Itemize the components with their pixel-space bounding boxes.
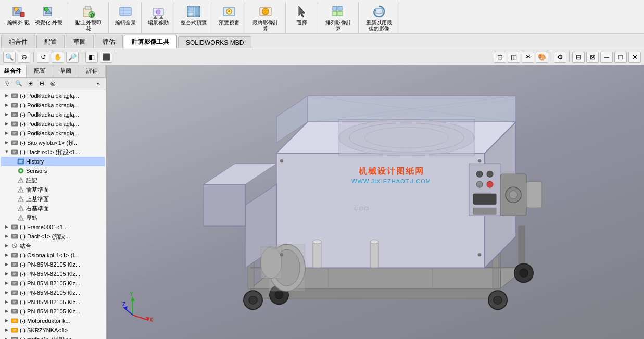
panel-tab-evaluate[interactable]: 評估 (79, 65, 106, 77)
zoom-fit-btn[interactable]: 🔍 (3, 52, 16, 63)
tree-item-item7-origin[interactable]: 厚點 (1, 213, 105, 222)
scroll-to-btn[interactable]: ◎ (48, 79, 58, 89)
tree-item-item4[interactable]: ▶(-) Podkładka okrągłą... (1, 119, 105, 129)
tree-expand-item18[interactable]: ▶ (3, 317, 10, 324)
final-render-btn[interactable]: 最終影像計算 (249, 2, 282, 32)
tree-expand-item3[interactable]: ▶ (3, 111, 10, 118)
tree-item-item17[interactable]: ▶(-) PN-85M-82105 Klz... (1, 307, 105, 316)
tree-expand-item5[interactable]: ▶ (3, 130, 10, 137)
panel-tab-config[interactable]: 配置 (27, 65, 53, 77)
tree-expand-item7-annotation[interactable] (9, 177, 17, 184)
tree-item-item18[interactable]: ▶(-) Motoreduktor k... (1, 316, 105, 325)
tree-expand-item10[interactable]: ▶ (3, 242, 10, 249)
edit-external-btn[interactable]: 編輯外 觀 (5, 2, 32, 27)
tree-expand-item7-topplane[interactable] (9, 195, 17, 203)
tab-evaluate[interactable]: 評估 (95, 35, 123, 48)
tree-expand-item4[interactable]: ▶ (3, 120, 10, 128)
tree-item-item5[interactable]: ▶(-) Podkładka okrągłą... (1, 129, 105, 138)
tree-expand-item9[interactable]: ▶ (3, 233, 10, 240)
tree-expand-item8[interactable]: ▶ (3, 223, 10, 231)
tree-expand-item7-sensors[interactable] (9, 167, 17, 174)
viewport[interactable]: □ □ □ 机械设计图纸网 WWW.JIXIEZHAOTU.COM X Y Z (107, 65, 644, 339)
select-btn[interactable]: 選擇 (292, 2, 312, 27)
tree-expand-item14[interactable]: ▶ (3, 280, 10, 287)
tree-item-item7-rightplane[interactable]: 右基準面 (1, 204, 105, 213)
expand-all-btn[interactable]: ⊞ (25, 79, 35, 89)
tree-expand-item11[interactable]: ▶ (3, 252, 10, 259)
tree-item-item16[interactable]: ▶(-) PN-85M-82105 Klz... (1, 297, 105, 307)
settings-btn2[interactable]: ⚙ (554, 52, 566, 63)
split-h-btn[interactable]: ⊟ (572, 52, 585, 63)
tree-item-item9[interactable]: ▶(-) Dach<1> (預設... (1, 232, 105, 241)
tab-assembly[interactable]: 組合件 (1, 35, 35, 48)
reuse-last-btn[interactable]: 重新以用最後的影像 (363, 2, 396, 32)
hide-show-btn[interactable]: 👁 (522, 52, 534, 63)
zoom-to-selection-btn[interactable]: 🔍 (14, 79, 24, 89)
array-render-btn[interactable]: 排列影像計算 (322, 2, 355, 32)
preview-view-btn[interactable]: 預覽視窗 (217, 2, 242, 27)
view-external-btn[interactable]: 視覺化 外觀 (33, 2, 65, 27)
tree-item-item19[interactable]: ▶(-) SKRZYNKA<1> (1, 325, 105, 335)
tree-item-item12[interactable]: ▶(-) PN-85M-82105 Klz... (1, 260, 105, 269)
tree-item-item15[interactable]: ▶(-) PN-85M-82105 Klz... (1, 288, 105, 297)
feature-tree[interactable]: ▶(-) Podkładka okrągłą...▶(-) Podkładka … (0, 90, 106, 339)
tree-expand-item7[interactable]: ▼ (3, 148, 10, 156)
tab-compute[interactable]: 計算影像工具 (124, 35, 177, 48)
tree-item-item7-topplane[interactable]: 上基準面 (1, 194, 105, 204)
tree-expand-item1[interactable]: ▶ (3, 92, 10, 99)
maximize-btn[interactable]: □ (614, 52, 627, 63)
tree-item-item7-frontplane[interactable]: 前基準面 (1, 185, 105, 194)
tree-expand-item7-rightplane[interactable] (9, 205, 17, 212)
tree-expand-item15[interactable]: ▶ (3, 289, 10, 296)
section-view-btn[interactable]: ◧ (85, 52, 98, 63)
view-cube-btn[interactable]: ⬛ (100, 52, 112, 63)
pan-btn[interactable]: ✋ (52, 52, 64, 63)
tree-item-item7-history[interactable]: History (1, 157, 105, 166)
tree-item-item20[interactable]: ▶(-) mufa<1> (補設<<... (1, 335, 105, 339)
tree-item-item13[interactable]: ▶(-) PN-85M-82105 Klz... (1, 269, 105, 279)
paste-external-btn[interactable]: ✿ 貼上外觀即花 (72, 2, 105, 32)
tree-item-item7-annotation[interactable]: 註記 (1, 175, 105, 185)
filter-btn[interactable]: ▽ (2, 79, 12, 89)
tree-item-item6[interactable]: ▶(-) Sito wylotu<1> (預... (1, 138, 105, 147)
tree-item-item2[interactable]: ▶(-) Podkładka okrągłą... (1, 101, 105, 110)
tab-drawing[interactable]: 草圖 (66, 35, 94, 48)
tree-item-item7-sensors[interactable]: Sensors (1, 166, 105, 175)
tree-expand-item2[interactable]: ▶ (3, 102, 10, 109)
more-btn[interactable]: » (93, 79, 104, 89)
tree-expand-item20[interactable]: ▶ (3, 336, 10, 339)
rotate-view-btn[interactable]: ↺ (37, 52, 49, 63)
tree-item-item3[interactable]: ▶(-) Podkładka okrągłą... (1, 110, 105, 119)
split-v-btn[interactable]: ⊠ (586, 52, 599, 63)
scene-move-btn[interactable]: 場景移動 (146, 2, 171, 27)
tab-config[interactable]: 配置 (36, 35, 65, 48)
zoom-btn[interactable]: 🔎 (66, 52, 79, 63)
tab-mbd[interactable]: SOLIDWORKS MBD (178, 36, 251, 48)
appearance-btn[interactable]: 🎨 (536, 52, 548, 63)
tree-item-item1[interactable]: ▶(-) Podkładka okrągłą... (1, 91, 105, 101)
display-style-btn[interactable]: ◫ (508, 52, 520, 63)
panel-tab-assembly[interactable]: 組合件 (0, 65, 27, 77)
tree-item-item10[interactable]: ▶結合 (1, 241, 105, 250)
tree-expand-item6[interactable]: ▶ (3, 139, 10, 146)
tree-expand-item13[interactable]: ▶ (3, 270, 10, 278)
tree-expand-item7-origin[interactable] (9, 214, 17, 221)
tree-expand-item7-history[interactable] (9, 158, 17, 165)
close-btn[interactable]: ✕ (628, 52, 641, 63)
tree-item-item11[interactable]: ▶(-) Osłona kpl-1<1> (I... (1, 250, 105, 260)
combo-mode-btn[interactable]: 整合式預覽 (179, 2, 209, 27)
tree-item-item8[interactable]: ▶(-) Frame0001<1... (1, 222, 105, 232)
panel-tab-drawing[interactable]: 草圖 (53, 65, 80, 77)
tree-item-item14[interactable]: ▶(-) PN-85M-82105 Klz... (1, 279, 105, 288)
minimize-btn[interactable]: ─ (600, 52, 613, 63)
tree-expand-item19[interactable]: ▶ (3, 327, 10, 334)
edit-all-btn[interactable]: 編輯全景 (113, 2, 138, 27)
tree-expand-item16[interactable]: ▶ (3, 298, 10, 306)
view-orient-btn[interactable]: ⊡ (494, 52, 506, 63)
zoom-area-btn[interactable]: ⊕ (18, 52, 30, 63)
tree-expand-item17[interactable]: ▶ (3, 308, 10, 315)
tree-expand-item12[interactable]: ▶ (3, 261, 10, 268)
tree-item-item7[interactable]: ▼(-) Dach r<1> (預設<1... (1, 147, 105, 157)
tree-expand-item7-frontplane[interactable] (9, 186, 17, 193)
collapse-all-btn[interactable]: ⊟ (36, 79, 47, 89)
